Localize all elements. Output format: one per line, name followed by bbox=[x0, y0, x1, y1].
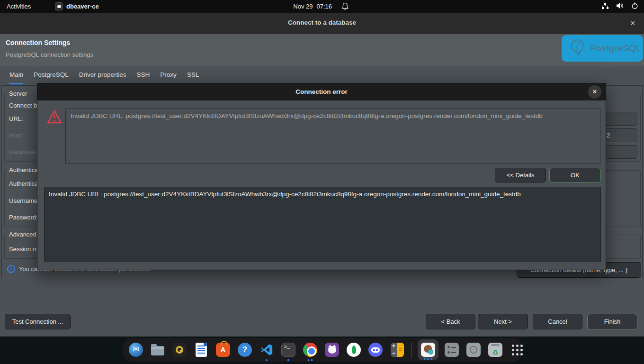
url-label: URL: bbox=[9, 115, 23, 122]
window-close-icon[interactable]: ✕ bbox=[627, 18, 638, 28]
tab-main[interactable]: Main bbox=[9, 66, 23, 84]
dock-disks-icon[interactable] bbox=[465, 341, 482, 358]
tab-ssl[interactable]: SSL bbox=[187, 66, 199, 84]
postgresql-logo: PostgreSQL bbox=[562, 35, 643, 62]
network-icon bbox=[601, 2, 609, 11]
dock-rhythmbox-icon[interactable] bbox=[171, 341, 188, 358]
database-label: Database: bbox=[9, 148, 37, 155]
error-dialog-close-icon[interactable]: ✕ bbox=[588, 85, 601, 99]
page-title: Connection Settings bbox=[6, 39, 70, 46]
dock-separator bbox=[411, 342, 412, 358]
dock-vscode-icon[interactable] bbox=[258, 341, 275, 358]
error-details-textarea[interactable]: Invalid JDBC URL: postgres://test_user:d… bbox=[44, 187, 601, 262]
clock-button[interactable]: Nov 29 07:16 bbox=[293, 0, 349, 13]
dock-settings-list-icon[interactable] bbox=[443, 341, 460, 358]
password-label: Password: bbox=[9, 214, 38, 221]
next-button[interactable]: Next > bbox=[478, 314, 528, 329]
system-top-bar: Activities dbeaver-ce Nov 29 07:16 bbox=[0, 0, 644, 13]
dock-terminal-icon[interactable] bbox=[280, 341, 297, 358]
dock-thunderbird-icon[interactable] bbox=[127, 341, 144, 358]
connection-error-dialog: Connection error ✕ Invalid JDBC URL: pos… bbox=[37, 83, 606, 270]
window-title: Connect to a database bbox=[0, 19, 644, 26]
error-dialog-titlebar[interactable]: Connection error ✕ bbox=[37, 83, 606, 100]
postgresql-logo-text: PostgreSQL bbox=[590, 43, 642, 54]
host-label: Host: bbox=[9, 132, 23, 139]
dock-files-icon[interactable] bbox=[149, 341, 166, 358]
error-dialog-title: Connection error bbox=[37, 88, 606, 95]
volume-icon bbox=[616, 2, 624, 10]
error-details-text: Invalid JDBC URL: postgres://test_user:d… bbox=[45, 187, 600, 201]
error-message-box: Invalid JDBC URL: postgres://test_user:d… bbox=[65, 109, 600, 164]
tab-proxy[interactable]: Proxy bbox=[160, 66, 177, 84]
server-group-label: Server bbox=[7, 90, 29, 97]
finish-button[interactable]: Finish bbox=[587, 314, 637, 329]
dock-trash-icon[interactable] bbox=[487, 341, 504, 358]
dock bbox=[123, 338, 522, 362]
dock-chrome-icon[interactable] bbox=[302, 341, 319, 358]
dock-dbeaver-icon[interactable] bbox=[418, 339, 438, 360]
test-connection-button[interactable]: Test Connection ... bbox=[5, 314, 71, 329]
warning-icon bbox=[46, 109, 63, 126]
clock-date: Nov 29 bbox=[293, 3, 313, 10]
info-icon bbox=[7, 265, 15, 273]
ok-button[interactable]: OK bbox=[549, 168, 601, 182]
clock-time: 07:16 bbox=[316, 3, 332, 10]
app-indicator[interactable]: dbeaver-ce bbox=[55, 0, 99, 13]
details-toggle-button[interactable]: << Details bbox=[495, 168, 546, 182]
dock-libreoffice-writer-icon[interactable] bbox=[193, 341, 210, 358]
advanced-group-label: Advanced bbox=[7, 231, 38, 238]
dock-calculator-icon[interactable] bbox=[389, 341, 406, 358]
dbeaver-app-icon bbox=[55, 2, 63, 10]
dock-mongodb-compass-icon[interactable] bbox=[345, 341, 362, 358]
page-subtitle: PostgreSQL connection settings bbox=[6, 51, 93, 58]
app-indicator-label: dbeaver-ce bbox=[66, 3, 99, 10]
notification-bell-icon bbox=[341, 2, 349, 10]
dock-github-desktop-icon[interactable] bbox=[323, 341, 340, 358]
tab-driver-properties[interactable]: Driver properties bbox=[79, 66, 126, 84]
postgresql-elephant-icon bbox=[568, 37, 587, 59]
desktop: Activities dbeaver-ce Nov 29 07:16 bbox=[0, 0, 644, 364]
cancel-button[interactable]: Cancel bbox=[533, 314, 582, 329]
system-tray[interactable] bbox=[601, 0, 638, 13]
power-icon bbox=[631, 2, 638, 11]
settings-tabbar: Main PostgreSQL Driver properties SSH Pr… bbox=[0, 66, 644, 85]
tab-ssh[interactable]: SSH bbox=[137, 66, 150, 84]
back-button[interactable]: < Back bbox=[426, 314, 475, 329]
tab-postgresql[interactable]: PostgreSQL bbox=[34, 66, 69, 84]
window-titlebar[interactable]: Connect to a database ✕ bbox=[0, 13, 644, 34]
error-message-text: Invalid JDBC URL: postgres://test_user:d… bbox=[66, 109, 600, 123]
dock-help-icon[interactable] bbox=[236, 341, 253, 358]
connect-by-label: Connect by bbox=[9, 102, 40, 109]
dock-discord-icon[interactable] bbox=[367, 341, 384, 358]
dock-show-applications-icon[interactable] bbox=[509, 341, 526, 358]
username-label: Username: bbox=[9, 197, 39, 204]
dock-ubuntu-software-icon[interactable] bbox=[215, 341, 232, 358]
wizard-header: Connection Settings PostgreSQL connectio… bbox=[0, 34, 644, 66]
activities-button[interactable]: Activities bbox=[7, 0, 31, 13]
